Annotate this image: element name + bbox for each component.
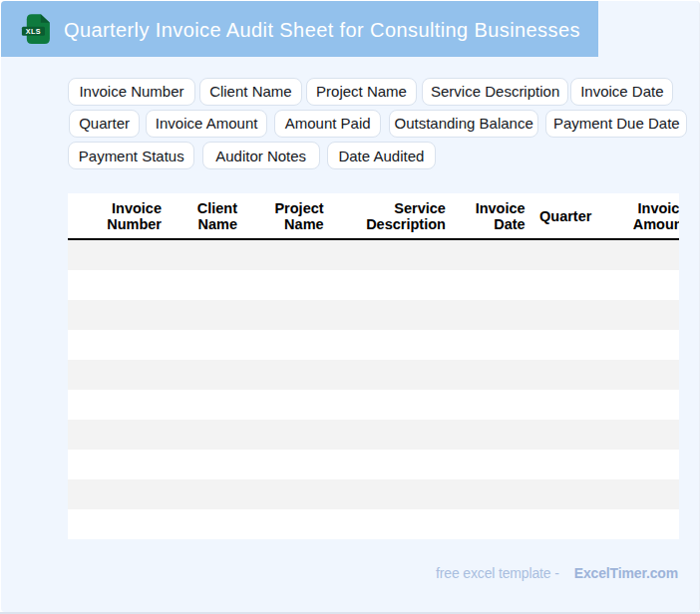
svg-text:XLS: XLS: [26, 27, 41, 36]
